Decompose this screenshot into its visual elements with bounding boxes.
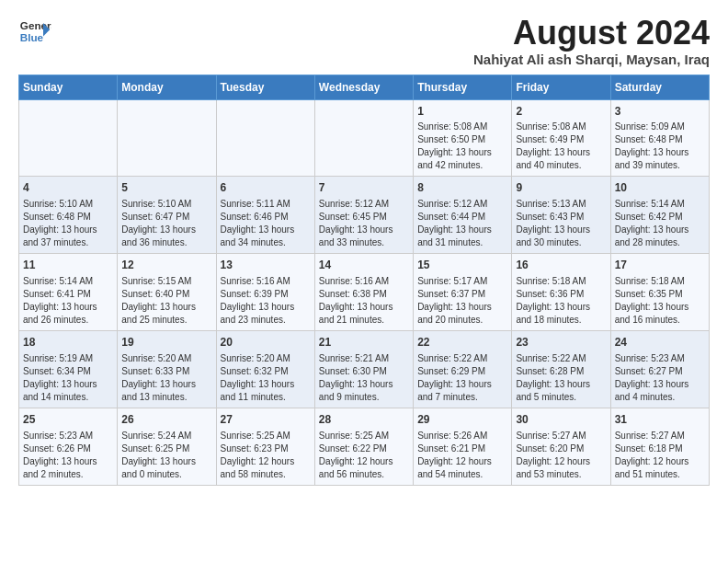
day-number: 31 [615,412,705,428]
day-cell: 23Sunrise: 5:22 AM Sunset: 6:28 PM Dayli… [512,330,610,408]
day-number: 11 [23,258,113,273]
day-cell: 24Sunrise: 5:23 AM Sunset: 6:27 PM Dayli… [610,330,709,408]
day-info: Sunrise: 5:16 AM Sunset: 6:38 PM Dayligh… [319,275,409,327]
day-info: Sunrise: 5:13 AM Sunset: 6:43 PM Dayligh… [516,198,606,249]
col-header-friday: Friday [512,75,610,99]
week-row-1: 1Sunrise: 5:08 AM Sunset: 6:50 PM Daylig… [19,99,710,177]
day-info: Sunrise: 5:22 AM Sunset: 6:28 PM Dayligh… [516,352,606,404]
day-cell: 6Sunrise: 5:11 AM Sunset: 6:46 PM Daylig… [216,177,314,254]
col-header-saturday: Saturday [610,75,709,99]
day-info: Sunrise: 5:18 AM Sunset: 6:36 PM Dayligh… [516,275,606,327]
day-number: 18 [23,335,113,350]
col-header-wednesday: Wednesday [314,75,413,99]
day-number: 9 [516,180,606,196]
day-cell: 4Sunrise: 5:10 AM Sunset: 6:48 PM Daylig… [19,177,118,254]
day-cell: 20Sunrise: 5:20 AM Sunset: 6:32 PM Dayli… [216,330,314,408]
logo: General Blue [18,15,51,48]
day-number: 27 [221,412,311,428]
day-number: 16 [516,258,606,273]
day-number: 4 [23,180,113,196]
day-number: 5 [121,180,211,196]
day-cell: 5Sunrise: 5:10 AM Sunset: 6:47 PM Daylig… [118,177,216,254]
day-cell: 21Sunrise: 5:21 AM Sunset: 6:30 PM Dayli… [314,330,413,408]
day-cell: 1Sunrise: 5:08 AM Sunset: 6:50 PM Daylig… [414,99,512,177]
day-cell: 19Sunrise: 5:20 AM Sunset: 6:33 PM Dayli… [118,330,216,408]
day-cell: 25Sunrise: 5:23 AM Sunset: 6:26 PM Dayli… [19,408,118,485]
day-cell: 13Sunrise: 5:16 AM Sunset: 6:39 PM Dayli… [216,254,314,331]
day-info: Sunrise: 5:26 AM Sunset: 6:21 PM Dayligh… [417,430,507,481]
day-number: 17 [615,258,705,273]
day-cell: 15Sunrise: 5:17 AM Sunset: 6:37 PM Dayli… [414,254,512,331]
day-info: Sunrise: 5:12 AM Sunset: 6:45 PM Dayligh… [319,198,409,249]
week-row-3: 11Sunrise: 5:14 AM Sunset: 6:41 PM Dayli… [19,254,710,331]
day-info: Sunrise: 5:16 AM Sunset: 6:39 PM Dayligh… [221,275,311,327]
day-info: Sunrise: 5:25 AM Sunset: 6:22 PM Dayligh… [319,430,409,481]
col-header-tuesday: Tuesday [216,75,314,99]
col-header-monday: Monday [118,75,216,99]
day-info: Sunrise: 5:19 AM Sunset: 6:34 PM Dayligh… [23,352,113,404]
day-cell: 9Sunrise: 5:13 AM Sunset: 6:43 PM Daylig… [512,177,610,254]
day-info: Sunrise: 5:08 AM Sunset: 6:49 PM Dayligh… [516,121,606,172]
day-info: Sunrise: 5:09 AM Sunset: 6:48 PM Dayligh… [615,121,705,172]
day-number: 6 [221,180,311,196]
week-row-5: 25Sunrise: 5:23 AM Sunset: 6:26 PM Dayli… [19,408,710,485]
day-info: Sunrise: 5:22 AM Sunset: 6:29 PM Dayligh… [417,352,507,404]
day-cell: 18Sunrise: 5:19 AM Sunset: 6:34 PM Dayli… [19,330,118,408]
calendar-header-row: SundayMondayTuesdayWednesdayThursdayFrid… [19,75,710,99]
day-info: Sunrise: 5:10 AM Sunset: 6:47 PM Dayligh… [121,198,211,249]
day-cell: 14Sunrise: 5:16 AM Sunset: 6:38 PM Dayli… [314,254,413,331]
day-cell: 28Sunrise: 5:25 AM Sunset: 6:22 PM Dayli… [314,408,413,485]
day-info: Sunrise: 5:12 AM Sunset: 6:44 PM Dayligh… [417,198,507,249]
day-info: Sunrise: 5:10 AM Sunset: 6:48 PM Dayligh… [23,198,113,249]
day-number: 20 [221,335,311,350]
day-info: Sunrise: 5:14 AM Sunset: 6:42 PM Dayligh… [615,198,705,249]
day-info: Sunrise: 5:23 AM Sunset: 6:26 PM Dayligh… [23,430,113,481]
day-number: 21 [319,335,409,350]
day-cell: 3Sunrise: 5:09 AM Sunset: 6:48 PM Daylig… [610,99,709,177]
header: General Blue August 2024 Nahiyat Ali ash… [18,15,710,67]
day-cell: 11Sunrise: 5:14 AM Sunset: 6:41 PM Dayli… [19,254,118,331]
day-cell: 31Sunrise: 5:27 AM Sunset: 6:18 PM Dayli… [610,408,709,485]
day-info: Sunrise: 5:27 AM Sunset: 6:18 PM Dayligh… [615,430,705,481]
day-number: 28 [319,412,409,428]
day-info: Sunrise: 5:15 AM Sunset: 6:40 PM Dayligh… [121,275,211,327]
day-number: 3 [615,104,705,120]
calendar-table: SundayMondayTuesdayWednesdayThursdayFrid… [18,75,710,486]
day-number: 25 [23,412,113,428]
day-number: 13 [221,258,311,273]
day-number: 23 [516,335,606,350]
day-number: 8 [417,180,507,196]
day-info: Sunrise: 5:24 AM Sunset: 6:25 PM Dayligh… [121,430,211,481]
week-row-2: 4Sunrise: 5:10 AM Sunset: 6:48 PM Daylig… [19,177,710,254]
day-number: 2 [516,104,606,120]
day-number: 12 [121,258,211,273]
col-header-thursday: Thursday [414,75,512,99]
day-number: 29 [417,412,507,428]
day-cell: 2Sunrise: 5:08 AM Sunset: 6:49 PM Daylig… [512,99,610,177]
day-info: Sunrise: 5:21 AM Sunset: 6:30 PM Dayligh… [319,352,409,404]
day-number: 1 [417,104,507,120]
day-number: 30 [516,412,606,428]
day-cell: 27Sunrise: 5:25 AM Sunset: 6:23 PM Dayli… [216,408,314,485]
day-cell: 26Sunrise: 5:24 AM Sunset: 6:25 PM Dayli… [118,408,216,485]
day-number: 22 [417,335,507,350]
day-cell: 30Sunrise: 5:27 AM Sunset: 6:20 PM Dayli… [512,408,610,485]
day-info: Sunrise: 5:18 AM Sunset: 6:35 PM Dayligh… [615,275,705,327]
day-info: Sunrise: 5:08 AM Sunset: 6:50 PM Dayligh… [417,121,507,172]
day-number: 26 [121,412,211,428]
main-title: August 2024 [473,15,710,52]
day-number: 7 [319,180,409,196]
day-cell [216,99,314,177]
svg-text:Blue: Blue [20,31,44,43]
day-cell: 10Sunrise: 5:14 AM Sunset: 6:42 PM Dayli… [610,177,709,254]
day-cell [19,99,118,177]
day-info: Sunrise: 5:27 AM Sunset: 6:20 PM Dayligh… [516,430,606,481]
day-cell [314,99,413,177]
day-cell: 8Sunrise: 5:12 AM Sunset: 6:44 PM Daylig… [414,177,512,254]
day-info: Sunrise: 5:20 AM Sunset: 6:32 PM Dayligh… [221,352,311,404]
day-cell [118,99,216,177]
title-area: August 2024 Nahiyat Ali ash Sharqi, Mays… [473,15,710,67]
day-info: Sunrise: 5:11 AM Sunset: 6:46 PM Dayligh… [221,198,311,249]
day-info: Sunrise: 5:20 AM Sunset: 6:33 PM Dayligh… [121,352,211,404]
logo-icon: General Blue [18,15,51,48]
